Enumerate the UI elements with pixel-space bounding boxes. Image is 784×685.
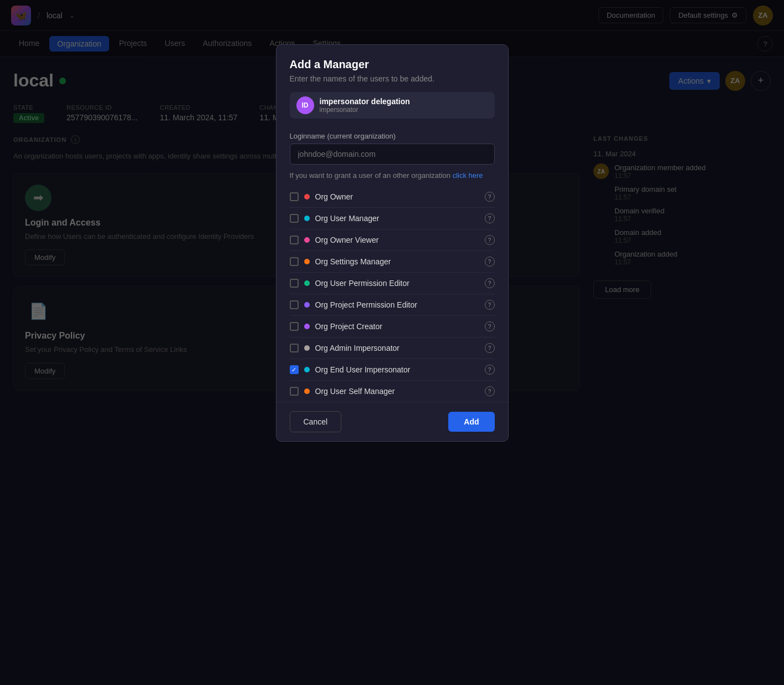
login-field-label: Loginname (current organization) xyxy=(276,132,508,140)
role-dot-org-user-self-manager xyxy=(304,388,310,394)
role-item: Org End User Impersonator ? xyxy=(290,359,495,381)
role-help-org-owner-viewer[interactable]: ? xyxy=(485,235,495,245)
role-item: Org Project Permission Editor ? xyxy=(290,294,495,316)
user-chip-name: impersonator delegation xyxy=(320,97,410,106)
role-dot-org-owner xyxy=(304,194,310,200)
modal-title: Add a Manager xyxy=(290,58,495,71)
role-name-org-project-creator: Org Project Creator xyxy=(315,322,479,331)
role-checkbox-org-admin-impersonator[interactable] xyxy=(290,344,299,352)
role-checkbox-org-settings-manager[interactable] xyxy=(290,257,299,266)
click-here-link[interactable]: click here xyxy=(453,171,483,180)
user-chip-avatar: ID xyxy=(296,96,314,114)
role-dot-org-project-creator xyxy=(304,324,310,329)
role-list: Org Owner ? Org User Manager ? Org Owner… xyxy=(276,186,508,402)
role-dot-org-user-manager xyxy=(304,216,310,221)
role-item: Org Project Creator ? xyxy=(290,316,495,338)
role-item: Org Settings Manager ? xyxy=(290,251,495,273)
role-checkbox-org-user-permission-editor[interactable] xyxy=(290,279,299,288)
role-dot-org-end-user-impersonator xyxy=(304,367,310,372)
user-chip-role: impersonator xyxy=(320,106,410,114)
role-dot-org-admin-impersonator xyxy=(304,345,310,351)
role-name-org-project-permission-editor: Org Project Permission Editor xyxy=(315,300,479,309)
modal-overlay: Add a Manager Enter the names of the use… xyxy=(0,0,784,685)
role-item: Org User Permission Editor ? xyxy=(290,273,495,294)
role-help-org-settings-manager[interactable]: ? xyxy=(485,257,495,267)
role-checkbox-org-owner[interactable] xyxy=(290,192,299,201)
role-checkbox-org-user-manager[interactable] xyxy=(290,214,299,223)
role-checkbox-org-owner-viewer[interactable] xyxy=(290,236,299,244)
role-item: Org Admin Impersonator ? xyxy=(290,338,495,359)
role-name-org-owner-viewer: Org Owner Viewer xyxy=(315,236,479,244)
role-checkbox-org-end-user-impersonator[interactable] xyxy=(290,365,299,374)
role-dot-org-owner-viewer xyxy=(304,237,310,243)
add-btn[interactable]: Add xyxy=(448,412,494,432)
add-manager-modal: Add a Manager Enter the names of the use… xyxy=(276,44,509,442)
role-help-org-user-permission-editor[interactable]: ? xyxy=(485,278,495,288)
user-chip: ID impersonator delegation impersonator xyxy=(290,92,495,119)
modal-footer: Cancel Add xyxy=(276,402,508,441)
modal-subtitle: Enter the names of the users to be added… xyxy=(290,74,495,83)
role-item: Org Owner Viewer ? xyxy=(290,229,495,251)
role-item: Org Owner ? xyxy=(290,186,495,208)
role-name-org-owner: Org Owner xyxy=(315,192,479,201)
role-name-org-end-user-impersonator: Org End User Impersonator xyxy=(315,365,479,374)
loginname-input[interactable] xyxy=(290,144,495,165)
org-link-hint: If you want to grant a user of an other … xyxy=(276,171,508,180)
role-name-org-user-self-manager: Org User Self Manager xyxy=(315,387,479,396)
user-chip-info: impersonator delegation impersonator xyxy=(320,97,410,114)
role-name-org-user-permission-editor: Org User Permission Editor xyxy=(315,279,479,288)
role-name-org-user-manager: Org User Manager xyxy=(315,214,479,223)
role-help-org-end-user-impersonator[interactable]: ? xyxy=(485,365,495,375)
role-item: Org User Self Manager ? xyxy=(290,381,495,402)
role-dot-org-project-permission-editor xyxy=(304,302,310,308)
role-help-org-user-self-manager[interactable]: ? xyxy=(485,386,495,396)
role-help-org-admin-impersonator[interactable]: ? xyxy=(485,343,495,353)
role-item: Org User Manager ? xyxy=(290,208,495,229)
role-help-org-project-creator[interactable]: ? xyxy=(485,321,495,331)
role-name-org-admin-impersonator: Org Admin Impersonator xyxy=(315,344,479,352)
role-checkbox-org-project-creator[interactable] xyxy=(290,322,299,331)
role-help-org-user-manager[interactable]: ? xyxy=(485,213,495,223)
cancel-btn[interactable]: Cancel xyxy=(290,411,342,432)
role-help-org-project-permission-editor[interactable]: ? xyxy=(485,300,495,310)
role-dot-org-user-permission-editor xyxy=(304,280,310,286)
role-help-org-owner[interactable]: ? xyxy=(485,192,495,202)
role-checkbox-org-project-permission-editor[interactable] xyxy=(290,300,299,309)
role-dot-org-settings-manager xyxy=(304,259,310,264)
modal-header: Add a Manager Enter the names of the use… xyxy=(276,45,508,132)
role-name-org-settings-manager: Org Settings Manager xyxy=(315,257,479,266)
role-checkbox-org-user-self-manager[interactable] xyxy=(290,387,299,396)
